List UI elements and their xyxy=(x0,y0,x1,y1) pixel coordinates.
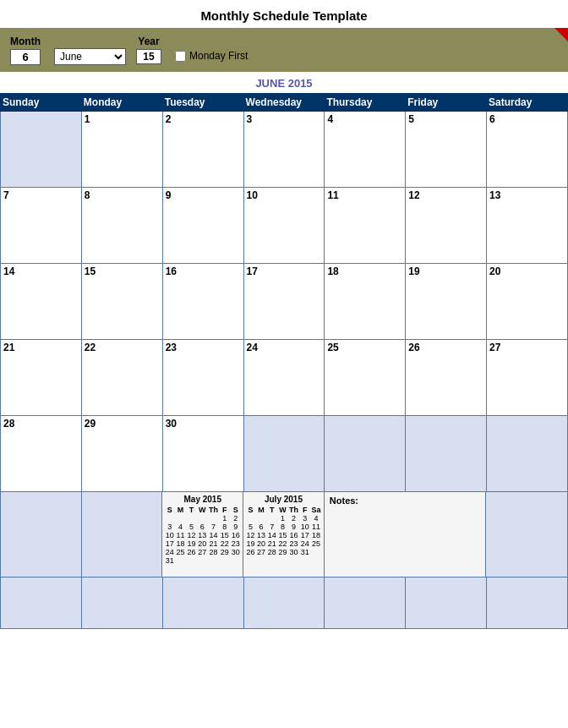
calendar-cell-w3-d6[interactable]: 19 xyxy=(406,264,487,340)
day-number-4: 4 xyxy=(327,113,333,125)
col-saturday: Saturday xyxy=(487,94,568,112)
mini-empty-mon xyxy=(82,492,163,577)
calendar-cell-w1-d4[interactable]: 3 xyxy=(243,112,325,188)
monday-first-group: Monday First xyxy=(175,50,248,62)
monday-first-checkbox[interactable] xyxy=(175,51,186,62)
page-title: Monthly Schedule Template xyxy=(0,0,568,28)
day-number-30: 30 xyxy=(166,418,177,430)
day-number-21: 21 xyxy=(3,342,14,353)
mini-cal-july-table: SMTWThFSa 1234 567891011 12131415161718 … xyxy=(245,506,322,556)
day-number-22: 22 xyxy=(85,342,96,353)
calendar-cell-w2-d6[interactable]: 12 xyxy=(406,188,487,264)
calendar-cell-w2-d3[interactable]: 9 xyxy=(162,188,243,264)
mini-cal-may-table: SMTWThFS 12 3456789 10111213141516 17181… xyxy=(164,506,241,565)
red-corner-decoration xyxy=(554,28,568,41)
calendar-cell-w1-d6[interactable]: 5 xyxy=(406,112,487,188)
calendar-cell-w4-d4[interactable]: 24 xyxy=(243,340,325,416)
extra-cell-1 xyxy=(1,577,82,628)
day-number-19: 19 xyxy=(408,265,419,277)
month-select[interactable]: June January February March April May Ju… xyxy=(54,48,126,65)
day-number-2: 2 xyxy=(166,113,172,125)
extra-cell-6 xyxy=(406,577,487,628)
calendar-cell-w5-d5[interactable] xyxy=(325,416,406,492)
calendar-cell-w5-d3[interactable]: 30 xyxy=(162,416,243,492)
day-number-15: 15 xyxy=(85,265,96,277)
extra-bottom-row xyxy=(0,577,568,629)
day-number-24: 24 xyxy=(247,342,258,353)
month-input[interactable] xyxy=(10,49,41,65)
calendar-cell-w3-d7[interactable]: 20 xyxy=(487,264,568,340)
notes-section: Notes: xyxy=(325,492,486,577)
calendar-cell-w2-d7[interactable]: 13 xyxy=(487,188,568,264)
calendar-cell-w5-d2[interactable]: 29 xyxy=(81,416,162,492)
mini-cal-july-title: July 2015 xyxy=(245,495,322,504)
col-thursday: Thursday xyxy=(325,94,406,112)
day-number-3: 3 xyxy=(247,113,253,125)
calendar-week-5: 282930 xyxy=(1,416,568,492)
day-number-23: 23 xyxy=(166,342,177,353)
calendar-cell-w4-d5[interactable]: 25 xyxy=(325,340,406,416)
col-wednesday: Wednesday xyxy=(243,94,325,112)
calendar-cell-w3-d4[interactable]: 17 xyxy=(243,264,325,340)
extra-cell-5 xyxy=(325,577,406,628)
calendar-cell-w1-d3[interactable]: 2 xyxy=(162,112,243,188)
calendar-cell-w4-d2[interactable]: 22 xyxy=(81,340,162,416)
day-number-25: 25 xyxy=(327,342,338,353)
calendar-cell-w2-d5[interactable]: 11 xyxy=(325,188,406,264)
mini-calendar-row: May 2015 SMTWThFS 12 3456789 10111213141… xyxy=(0,492,568,577)
monday-first-label[interactable]: Monday First xyxy=(189,50,248,62)
calendar-cell-w2-d4[interactable]: 10 xyxy=(243,188,325,264)
day-number-20: 20 xyxy=(489,265,500,277)
day-number-11: 11 xyxy=(327,189,338,201)
day-number-28: 28 xyxy=(3,418,14,430)
calendar-cell-w3-d2[interactable]: 15 xyxy=(81,264,162,340)
extra-cell-3 xyxy=(163,577,244,628)
day-number-13: 13 xyxy=(489,189,500,201)
calendar-cell-w5-d6[interactable] xyxy=(406,416,487,492)
day-number-5: 5 xyxy=(408,113,414,125)
col-friday: Friday xyxy=(406,94,487,112)
day-number-17: 17 xyxy=(247,265,258,277)
day-number-27: 27 xyxy=(489,342,500,353)
calendar-cell-w1-d1[interactable] xyxy=(1,112,82,188)
mini-cal-may-cell: May 2015 SMTWThFS 12 3456789 10111213141… xyxy=(162,492,243,577)
notes-title: Notes: xyxy=(330,495,480,506)
day-number-16: 16 xyxy=(166,265,177,277)
calendar-cell-w3-d5[interactable]: 18 xyxy=(325,264,406,340)
calendar-cell-w4-d7[interactable]: 27 xyxy=(487,340,568,416)
calendar-cell-w5-d7[interactable] xyxy=(487,416,568,492)
calendar-cell-w2-d1[interactable]: 7 xyxy=(1,188,82,264)
month-select-group: x June January February March April May … xyxy=(54,35,126,65)
day-number-12: 12 xyxy=(408,189,419,201)
day-number-9: 9 xyxy=(166,189,172,201)
calendar-cell-w3-d3[interactable]: 16 xyxy=(162,264,243,340)
day-number-8: 8 xyxy=(85,189,90,201)
calendar-cell-w1-d2[interactable]: 1 xyxy=(81,112,162,188)
extra-cell-7 xyxy=(487,577,567,628)
col-tuesday: Tuesday xyxy=(162,94,243,112)
calendar-cell-w4-d1[interactable]: 21 xyxy=(1,340,82,416)
calendar-week-3: 14151617181920 xyxy=(1,264,568,340)
calendar-cell-w4-d3[interactable]: 23 xyxy=(162,340,243,416)
year-label: Year xyxy=(138,36,159,47)
calendar-cell-w1-d5[interactable]: 4 xyxy=(325,112,406,188)
calendar-cell-w5-d1[interactable]: 28 xyxy=(1,416,82,492)
day-number-14: 14 xyxy=(3,265,14,277)
calendar-header-row: Sunday Monday Tuesday Wednesday Thursday… xyxy=(1,94,568,112)
day-number-29: 29 xyxy=(85,418,96,430)
day-number-26: 26 xyxy=(408,342,419,353)
calendar-week-2: 78910111213 xyxy=(1,188,568,264)
day-number-1: 1 xyxy=(85,113,90,125)
calendar-wrapper: JUNE 2015 Sunday Monday Tuesday Wednesda… xyxy=(0,72,568,629)
day-number-10: 10 xyxy=(247,189,258,201)
calendar-cell-w3-d1[interactable]: 14 xyxy=(1,264,82,340)
col-sunday: Sunday xyxy=(1,94,82,112)
calendar-cell-w1-d7[interactable]: 6 xyxy=(487,112,568,188)
calendar-cell-w2-d2[interactable]: 8 xyxy=(81,188,162,264)
calendar-cell-w4-d6[interactable]: 26 xyxy=(406,340,487,416)
extra-cell-4 xyxy=(244,577,325,628)
year-input[interactable] xyxy=(136,49,161,64)
extra-cell-2 xyxy=(82,577,163,628)
calendar-cell-w5-d4[interactable] xyxy=(243,416,325,492)
calendar-week-4: 21222324252627 xyxy=(1,340,568,416)
